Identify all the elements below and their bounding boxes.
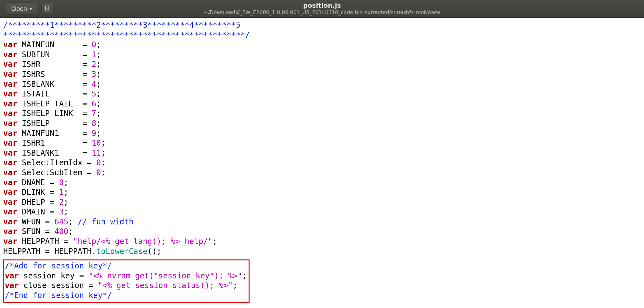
source-code[interactable]: /*********1*********2*********3*********…	[0, 18, 644, 306]
sfun-value: 400	[54, 227, 68, 236]
dvars-block: var DNAME = 0; var DLINK = 1; var DHELP …	[3, 178, 68, 217]
session-end-comment: /*End for session key*/	[5, 291, 112, 300]
new-document-button[interactable]	[41, 3, 53, 15]
helppath-assign-right: ();	[147, 247, 161, 256]
comment-ruler-1: /*********1*********2*********3*********…	[3, 21, 241, 30]
helppath-name: HELPPATH	[22, 237, 59, 246]
window-title: position.js ~/Downloads/_FW_E2000_1.0.06…	[204, 2, 440, 15]
var-declarations-block: var MAINFUN = 0; var SUBFUN = 1; var ISH…	[3, 40, 106, 158]
tolowercase-call: toLowerCase	[96, 247, 147, 256]
session-add-comment: /*Add for session key*/	[5, 261, 112, 270]
file-name: position.js	[204, 2, 440, 9]
close-session-string: "<% get_session_status(); %>"	[98, 281, 233, 290]
helppath-string: "help/<% get_lang(); %>_help/"	[73, 237, 213, 246]
open-button-label: Open	[11, 5, 27, 13]
titlebar: Open ▼ position.js ~/Downloads/_FW_E2000…	[0, 0, 644, 18]
open-button[interactable]: Open ▼	[6, 3, 37, 15]
comment-ruler-2: ****************************************…	[3, 31, 250, 40]
close-session-name: close_session	[24, 281, 84, 290]
session-key-name: session_key	[24, 271, 75, 280]
wfun-name: WFUN	[22, 217, 41, 226]
file-path: ~/Downloads/_FW_E2000_1.0.06.001_US_2014…	[204, 9, 440, 15]
wfun-value: 645	[54, 217, 68, 226]
helppath-assign-left: HELPPATH = HELPPATH.	[3, 247, 96, 256]
chevron-down-icon: ▼	[29, 7, 33, 11]
wfun-comment: // fun width	[78, 217, 133, 226]
new-document-icon	[44, 5, 51, 13]
highlighted-session-block: /*Add for session key*/ var session_key …	[3, 259, 250, 303]
sfun-name: SFUN	[22, 227, 41, 236]
var-declarations-block-2: var SelectItemIdx = 0; var SelectSubItem…	[3, 158, 106, 177]
